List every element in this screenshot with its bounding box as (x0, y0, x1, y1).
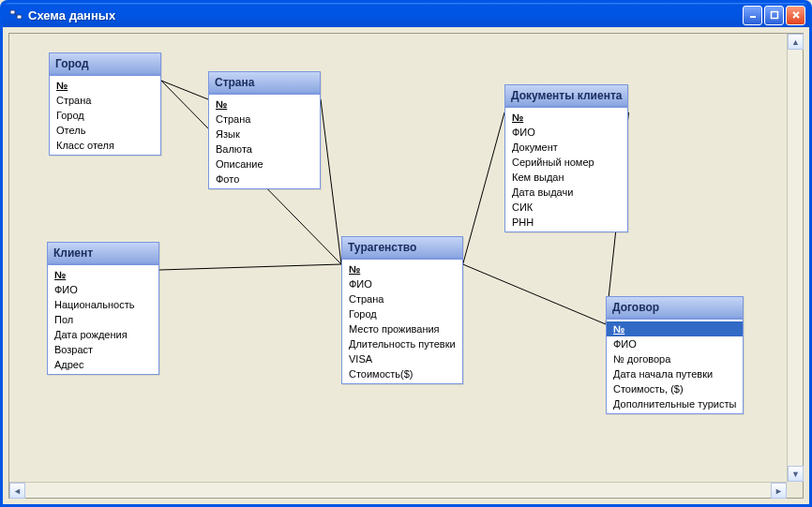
table-gorod[interactable]: Город№СтранаГородОтельКласс отеля (49, 52, 161, 156)
scroll-down-button[interactable]: ▼ (788, 466, 804, 482)
window-buttons (743, 6, 805, 25)
table-title[interactable]: Город (50, 53, 160, 76)
table-title[interactable]: Турагенство (342, 237, 462, 260)
window-title: Схема данных (28, 8, 743, 22)
scroll-up-button[interactable]: ▲ (788, 34, 804, 50)
field[interactable]: Возраст (48, 342, 158, 357)
relationship-line[interactable] (161, 81, 208, 99)
table-dogovor[interactable]: Договор№ФИО№ договораДата начала путевки… (606, 296, 744, 414)
field[interactable]: Город (342, 306, 462, 321)
minimize-button[interactable] (743, 6, 762, 25)
field[interactable]: ФИО (48, 282, 158, 297)
horizontal-scrollbar[interactable]: ◄ ► (9, 482, 787, 498)
client-area: Город№СтранаГородОтельКласс отеляСтрана№… (3, 27, 809, 504)
table-fields: №ФИОНациональностьПолДата рожденияВозрас… (48, 265, 158, 374)
table-fields: №СтранаГородОтельКласс отеля (50, 76, 160, 155)
field[interactable]: № (48, 267, 158, 282)
field[interactable]: Дата начала путевки (607, 366, 743, 381)
table-title[interactable]: Договор (607, 297, 743, 320)
field[interactable]: Серийный номер (505, 155, 627, 170)
field[interactable]: Адрес (48, 357, 158, 372)
field[interactable]: № (50, 78, 160, 93)
field[interactable]: Страна (209, 112, 320, 127)
schema-canvas[interactable]: Город№СтранаГородОтельКласс отеляСтрана№… (9, 34, 787, 482)
maximize-button[interactable] (764, 6, 784, 25)
field[interactable]: № (505, 110, 627, 125)
field[interactable]: № (209, 97, 320, 112)
scroll-corner (787, 482, 803, 498)
field[interactable]: Дата рождения (48, 327, 158, 342)
table-dokumenty[interactable]: Документы клиента№ФИОДокументСерийный но… (504, 84, 628, 232)
field[interactable]: Валюта (209, 142, 320, 157)
field[interactable]: Город (50, 108, 160, 123)
field[interactable]: ФИО (342, 276, 462, 291)
scroll-right-button[interactable]: ► (771, 483, 787, 499)
table-fields: №ФИО№ договораДата начала путевкиСтоимос… (607, 320, 743, 413)
table-klient[interactable]: Клиент№ФИОНациональностьПолДата рождения… (47, 242, 159, 375)
svg-rect-0 (10, 10, 15, 14)
field[interactable]: Документ (505, 140, 627, 155)
field[interactable]: Фото (209, 171, 320, 186)
field[interactable]: Дополнительные туристы (607, 396, 743, 411)
relationship-line[interactable] (159, 264, 341, 270)
relationship-line[interactable] (463, 264, 606, 324)
field[interactable]: Место проживания (342, 321, 462, 336)
field[interactable]: Страна (50, 93, 160, 108)
field[interactable]: Класс отеля (50, 138, 160, 153)
field[interactable]: Стоимость($) (342, 366, 462, 381)
field[interactable]: № (607, 321, 743, 336)
field[interactable]: Описание (209, 157, 320, 171)
field[interactable]: Отель (50, 123, 160, 138)
field[interactable]: Национальность (48, 297, 158, 312)
table-title[interactable]: Страна (209, 72, 320, 95)
vertical-scrollbar[interactable]: ▲ ▼ (787, 34, 803, 482)
field[interactable]: Кем выдан (505, 170, 627, 185)
table-fields: №ФИОСтранаГородМесто проживанияДлительно… (342, 260, 462, 383)
field[interactable]: № договора (607, 351, 743, 366)
field[interactable]: ФИО (505, 125, 627, 140)
svg-rect-1 (17, 15, 22, 19)
field[interactable]: Длительность путевки (342, 336, 462, 351)
relationship-line[interactable] (321, 99, 341, 264)
table-turagenstvo[interactable]: Турагенство№ФИОСтранаГородМесто проживан… (341, 236, 463, 384)
app-icon (8, 7, 23, 22)
field[interactable]: Страна (342, 291, 462, 306)
field[interactable]: Стоимость, ($) (607, 381, 743, 396)
canvas-frame: Город№СтранаГородОтельКласс отеляСтрана№… (8, 33, 804, 499)
close-button[interactable] (786, 6, 805, 25)
table-fields: №СтранаЯзыкВалютаОписаниеФото (209, 95, 320, 188)
relationship-line[interactable] (463, 112, 504, 264)
field[interactable]: СИК (505, 200, 627, 215)
field[interactable]: № (342, 261, 462, 276)
field[interactable]: Дата выдачи (505, 185, 627, 200)
svg-rect-4 (771, 12, 777, 19)
table-strana[interactable]: Страна№СтранаЯзыкВалютаОписаниеФото (208, 71, 321, 189)
field[interactable]: VISA (342, 351, 462, 366)
titlebar[interactable]: Схема данных (3, 3, 809, 27)
app-window: Схема данных Город№СтранаГородОтельКласс… (0, 0, 812, 507)
table-title[interactable]: Документы клиента (505, 85, 627, 108)
table-fields: №ФИОДокументСерийный номерКем выданДата … (505, 108, 627, 231)
field[interactable]: ФИО (607, 336, 743, 351)
scroll-left-button[interactable]: ◄ (9, 483, 25, 499)
table-title[interactable]: Клиент (48, 243, 158, 265)
field[interactable]: Пол (48, 312, 158, 327)
field[interactable]: РНН (505, 215, 627, 230)
field[interactable]: Язык (209, 127, 320, 142)
